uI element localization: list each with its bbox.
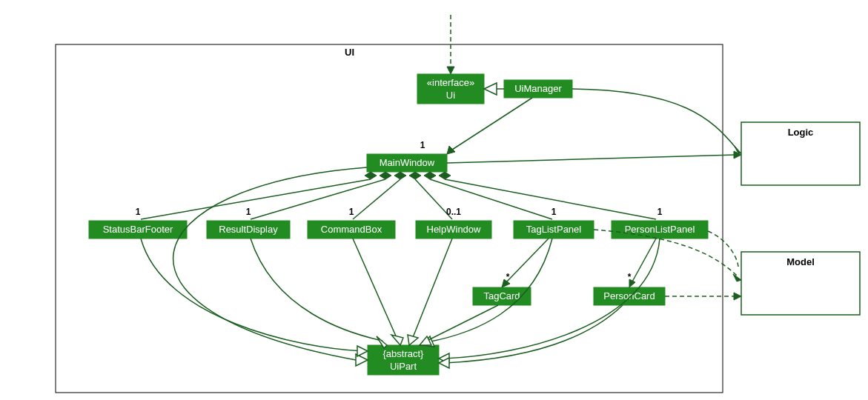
svg-text:CommandBox: CommandBox: [321, 224, 382, 235]
edge-sbf-uipart: [141, 239, 363, 351]
diamond-rd: [380, 172, 391, 179]
node-tag-list-panel: TagListPanel: [514, 221, 594, 239]
svg-text:TagCard: TagCard: [483, 290, 520, 301]
svg-text:PersonCard: PersonCard: [603, 290, 655, 301]
edge-uimanager-logic: [572, 89, 736, 148]
svg-text:TagListPanel: TagListPanel: [526, 224, 582, 235]
diamond-plp: [439, 172, 451, 179]
edge-rd-uipart: [251, 239, 382, 341]
tri-hw-uipart: [408, 335, 418, 345]
package-logic-label: Logic: [788, 127, 814, 138]
svg-text:UiManager: UiManager: [514, 83, 562, 94]
edge-uimanager-mainwindow: [452, 98, 532, 150]
node-command-box: CommandBox: [308, 221, 395, 239]
mult-personcard: *: [628, 272, 632, 282]
node-ui-part: {abstract} UiPart: [368, 345, 439, 375]
arrow-tlp-model: [733, 274, 741, 281]
svg-text:Ui: Ui: [446, 90, 455, 101]
edge-tagcard-uipart: [424, 305, 498, 342]
edge-tlp-tagcard: [506, 239, 549, 283]
node-ui-interface: «interface» Ui: [417, 74, 484, 104]
tri-sbf-uipart: [357, 346, 368, 356]
edge-mw-sbf: [141, 179, 371, 219]
node-ui-manager: UiManager: [504, 80, 572, 98]
svg-text:HelpWindow: HelpWindow: [427, 224, 482, 235]
mult-tlp: 1: [551, 207, 557, 217]
arrowhead-uimanager-realizes-ui: [484, 83, 497, 95]
edge-mw-rd: [251, 179, 385, 219]
node-help-window: HelpWindow: [416, 221, 491, 239]
edge-mainwindow-logic: [447, 155, 735, 163]
svg-text:«interface»: «interface»: [427, 77, 474, 88]
uml-class-diagram: UI Logic Model «interface» Ui UiManager …: [0, 0, 868, 400]
arrow-uimanager-mainwindow: [447, 146, 455, 154]
diamond-sbf: [365, 172, 377, 179]
edge-cb-uipart: [353, 239, 397, 339]
mult-hw: 0..1: [446, 207, 461, 217]
arrow-incoming-ui: [447, 67, 454, 74]
package-model-label: Model: [786, 256, 815, 267]
node-main-window: MainWindow: [367, 154, 447, 172]
mult-sbf: 1: [136, 207, 141, 217]
diamond-cb: [394, 172, 406, 179]
node-result-display: ResultDisplay: [207, 221, 290, 239]
package-ui: [56, 44, 723, 393]
svg-text:PersonListPanel: PersonListPanel: [625, 224, 695, 235]
diamond-tlp: [424, 172, 436, 179]
edge-plp-personcard: [632, 239, 656, 283]
edge-personcard-uipart: [445, 305, 623, 363]
edge-mw-plp: [445, 179, 656, 219]
mult-plp: 1: [657, 207, 663, 217]
svg-text:{abstract}: {abstract}: [383, 348, 425, 359]
svg-text:StatusBarFooter: StatusBarFooter: [103, 224, 173, 235]
package-ui-label: UI: [345, 47, 354, 58]
mult-cb: 1: [349, 207, 354, 217]
svg-text:UiPart: UiPart: [390, 361, 417, 372]
arrow-personcard-model: [734, 293, 741, 300]
svg-text:MainWindow: MainWindow: [380, 157, 435, 168]
mult-tagcard: *: [506, 272, 510, 282]
node-person-card: PersonCard: [594, 287, 665, 305]
mult-mainwindow: 1: [420, 140, 425, 150]
svg-text:ResultDisplay: ResultDisplay: [219, 224, 278, 235]
mult-rd: 1: [246, 207, 251, 217]
diamond-hw: [409, 172, 421, 179]
edge-hw-uipart: [412, 239, 452, 339]
edge-mw-cb: [353, 179, 400, 219]
node-status-bar-footer: StatusBarFooter: [89, 221, 187, 239]
node-person-list-panel: PersonListPanel: [612, 221, 708, 239]
tri-cb-uipart: [391, 335, 403, 345]
